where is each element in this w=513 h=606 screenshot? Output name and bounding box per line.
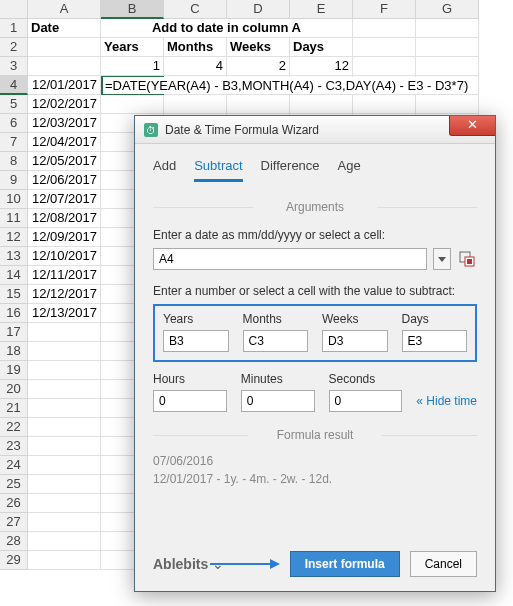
row-header[interactable]: 9 [0, 171, 28, 190]
insert-formula-button[interactable]: Insert formula [290, 551, 400, 577]
row-header[interactable]: 29 [0, 551, 28, 570]
row-header[interactable]: 6 [0, 114, 28, 133]
tab-age[interactable]: Age [338, 158, 361, 182]
row-header[interactable]: 15 [0, 285, 28, 304]
row-header[interactable]: 27 [0, 513, 28, 532]
cell[interactable]: 2 [227, 57, 290, 76]
cell[interactable] [28, 342, 101, 361]
cell[interactable] [28, 380, 101, 399]
col-header-B[interactable]: B [101, 0, 164, 19]
row-header[interactable]: 1 [0, 19, 28, 38]
cell[interactable]: 4 [164, 57, 227, 76]
tab-subtract[interactable]: Subtract [194, 158, 242, 182]
cell[interactable]: 12/10/2017 [28, 247, 101, 266]
cell[interactable]: 12/12/2017 [28, 285, 101, 304]
cell[interactable] [416, 19, 479, 38]
row-header[interactable]: 3 [0, 57, 28, 76]
date-input[interactable] [153, 248, 427, 270]
cell[interactable]: 12/02/2017 [28, 95, 101, 114]
cell[interactable] [101, 95, 164, 114]
cell[interactable]: 12/11/2017 [28, 266, 101, 285]
tab-difference[interactable]: Difference [261, 158, 320, 182]
row-header[interactable]: 4 [0, 76, 28, 95]
row-header[interactable]: 5 [0, 95, 28, 114]
cell[interactable] [28, 418, 101, 437]
cell[interactable] [28, 532, 101, 551]
tab-add[interactable]: Add [153, 158, 176, 182]
cell[interactable]: 12 [290, 57, 353, 76]
cell[interactable]: 12/06/2017 [28, 171, 101, 190]
row-header[interactable]: 21 [0, 399, 28, 418]
date-dropdown-button[interactable] [433, 248, 451, 270]
cell[interactable] [28, 551, 101, 570]
row-header[interactable]: 11 [0, 209, 28, 228]
cell[interactable] [28, 456, 101, 475]
select-all-corner[interactable] [0, 0, 28, 19]
cell[interactable]: Weeks [227, 38, 290, 57]
row-header[interactable]: 16 [0, 304, 28, 323]
row-header[interactable]: 26 [0, 494, 28, 513]
row-header[interactable]: 24 [0, 456, 28, 475]
cell[interactable] [28, 494, 101, 513]
cell[interactable]: Months [164, 38, 227, 57]
row-header[interactable]: 10 [0, 190, 28, 209]
years-input[interactable] [163, 330, 229, 352]
cell[interactable] [227, 95, 290, 114]
cell[interactable]: 12/07/2017 [28, 190, 101, 209]
cell[interactable] [28, 513, 101, 532]
cell[interactable]: 12/08/2017 [28, 209, 101, 228]
cell[interactable] [28, 399, 101, 418]
cell[interactable]: Date [28, 19, 101, 38]
cancel-button[interactable]: Cancel [410, 551, 477, 577]
cell[interactable] [290, 95, 353, 114]
cell[interactable] [164, 95, 227, 114]
cell[interactable] [353, 19, 416, 38]
cell[interactable] [28, 437, 101, 456]
row-header[interactable]: 19 [0, 361, 28, 380]
row-header[interactable]: 23 [0, 437, 28, 456]
cell[interactable]: 12/13/2017 [28, 304, 101, 323]
cell[interactable] [28, 57, 101, 76]
col-header-A[interactable]: A [28, 0, 101, 19]
row-header[interactable]: 12 [0, 228, 28, 247]
weeks-input[interactable] [322, 330, 388, 352]
row-header[interactable]: 17 [0, 323, 28, 342]
cell-merged-title[interactable]: Add to date in column A [101, 19, 353, 38]
row-header[interactable]: 28 [0, 532, 28, 551]
cell[interactable] [416, 95, 479, 114]
cell[interactable] [416, 57, 479, 76]
row-header[interactable]: 22 [0, 418, 28, 437]
cell[interactable]: 1 [101, 57, 164, 76]
cell[interactable] [353, 38, 416, 57]
col-header-C[interactable]: C [164, 0, 227, 19]
row-header[interactable]: 8 [0, 152, 28, 171]
cell[interactable]: Days [290, 38, 353, 57]
row-header[interactable]: 25 [0, 475, 28, 494]
col-header-F[interactable]: F [353, 0, 416, 19]
col-header-D[interactable]: D [227, 0, 290, 19]
minutes-input[interactable] [241, 390, 315, 412]
cell[interactable]: 12/03/2017 [28, 114, 101, 133]
row-header[interactable]: 2 [0, 38, 28, 57]
row-header[interactable]: 7 [0, 133, 28, 152]
row-header[interactable]: 20 [0, 380, 28, 399]
days-input[interactable] [402, 330, 468, 352]
cell[interactable]: 12/01/2017 [28, 76, 101, 95]
cell[interactable] [28, 475, 101, 494]
close-button[interactable]: ✕ [449, 116, 495, 136]
cell[interactable] [353, 95, 416, 114]
cell-picker-button[interactable] [457, 249, 477, 269]
cell[interactable] [28, 361, 101, 380]
cell[interactable] [353, 57, 416, 76]
cell[interactable]: 12/09/2017 [28, 228, 101, 247]
cell[interactable] [28, 38, 101, 57]
cell[interactable]: 12/04/2017 [28, 133, 101, 152]
row-header[interactable]: 14 [0, 266, 28, 285]
col-header-G[interactable]: G [416, 0, 479, 19]
row-header[interactable]: 13 [0, 247, 28, 266]
seconds-input[interactable] [329, 390, 403, 412]
hours-input[interactable] [153, 390, 227, 412]
row-header[interactable]: 18 [0, 342, 28, 361]
months-input[interactable] [243, 330, 309, 352]
col-header-E[interactable]: E [290, 0, 353, 19]
